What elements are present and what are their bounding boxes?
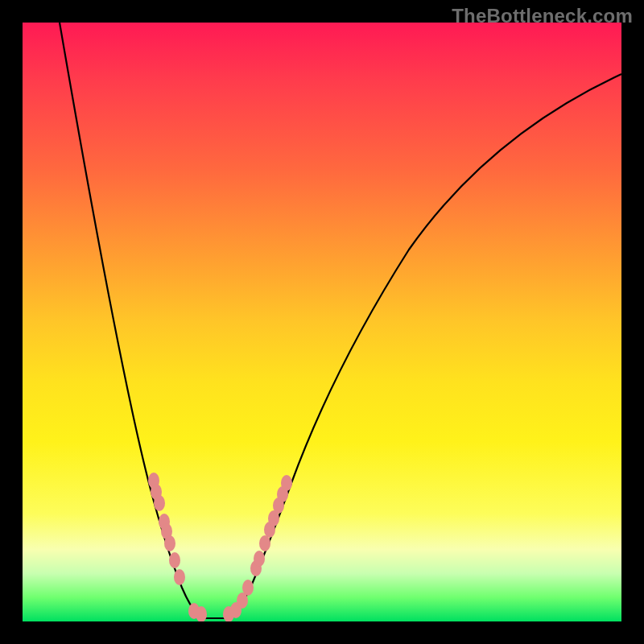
curve-marker (174, 569, 185, 585)
curve-marker (281, 475, 292, 491)
bottleneck-curve (60, 23, 621, 618)
curve-marker (169, 552, 180, 568)
curve-marker (164, 535, 175, 551)
curve-marker (242, 580, 254, 596)
chart-plot-area (23, 23, 621, 621)
chart-frame: TheBottleneck.com (0, 0, 644, 644)
curve-marker (154, 495, 165, 511)
watermark-text: TheBottleneck.com (452, 5, 633, 27)
curve-marker (259, 535, 270, 551)
chart-svg (23, 23, 621, 621)
curve-marker (254, 551, 265, 567)
curve-markers (148, 473, 292, 621)
